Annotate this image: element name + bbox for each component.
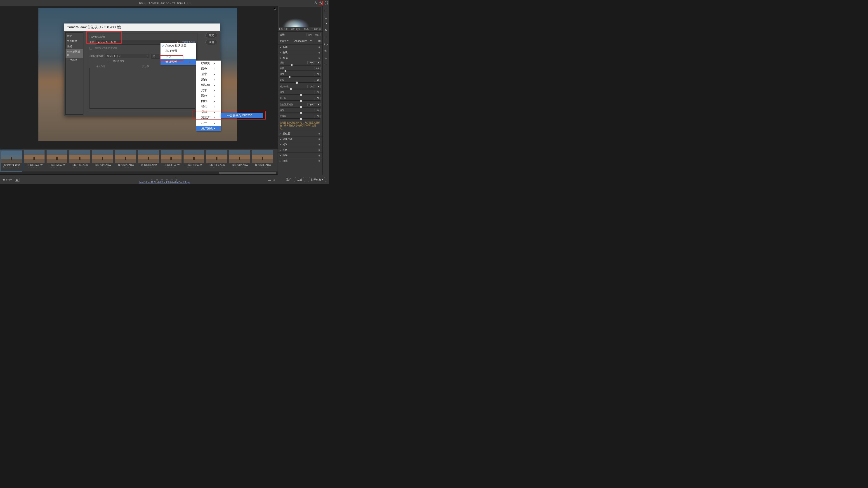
edit-sliders-icon[interactable]: ☰: [324, 8, 327, 12]
thumb-6[interactable]: _DSC1380.ARW☆ ☆ ☆ ☆ ☆: [137, 150, 159, 171]
contrast-slider[interactable]: [280, 100, 320, 101]
clipping-indicator-tr[interactable]: [274, 8, 276, 10]
detail2-value[interactable]: 50: [314, 91, 320, 94]
fit-icon[interactable]: ▦: [15, 178, 20, 182]
nav-workflow[interactable]: 工作流程: [66, 58, 83, 63]
contrast-value[interactable]: 50: [314, 97, 320, 100]
mask-value[interactable]: 40: [314, 79, 320, 82]
thumb-4[interactable]: _DSC1378.ARW☆ ☆ ☆ ☆ ☆: [92, 150, 114, 171]
mi-camera-settings[interactable]: 相机设置: [160, 48, 196, 54]
workflow-link[interactable]: Lab Color - 16 位 - 6000 x 4000 (24.0MP) …: [139, 181, 190, 184]
section-calibration[interactable]: ▶校准◉: [278, 158, 322, 163]
nav-general[interactable]: 常规: [66, 33, 83, 39]
override-checkbox[interactable]: [90, 47, 92, 50]
thumb-0[interactable]: _DSC1374.ARW☆ ☆ ☆ ☆ ☆ ≡: [0, 150, 22, 171]
thumb-5[interactable]: _DSC1379.ARW☆ ☆ ☆ ☆ ☆: [114, 150, 136, 171]
section-optics[interactable]: ▶光学◉: [278, 142, 322, 147]
radial-icon[interactable]: ◯: [324, 42, 328, 46]
redeye-icon[interactable]: 👁: [324, 49, 328, 53]
section-geometry[interactable]: ▶几何◉: [278, 147, 322, 153]
thumb-1[interactable]: _DSC1375.ARW☆ ☆ ☆ ☆ ☆: [23, 150, 45, 171]
profile-select[interactable]: Adobe 颜色▾: [293, 39, 313, 43]
bw-button[interactable]: 黑白: [314, 33, 320, 36]
sharp-value[interactable]: 40: [307, 61, 314, 64]
thumb-8[interactable]: _DSC1382.ARW☆ ☆ ☆ ☆ ☆: [183, 150, 205, 171]
nav-filehandling[interactable]: 文件处理: [66, 39, 83, 44]
mi-adobe-default[interactable]: ✔Adobe 默认设置: [160, 43, 196, 48]
heal-icon[interactable]: ◔: [324, 22, 327, 26]
cat-default[interactable]: 默认值▸: [196, 82, 221, 88]
brush-icon[interactable]: ✎: [324, 29, 327, 32]
sharp-slider[interactable]: [280, 65, 320, 66]
thumb-11[interactable]: _DSC1385.ARW☆ ☆ ☆ ☆ ☆: [251, 150, 274, 171]
smooth-slider[interactable]: [280, 119, 320, 119]
section-basic[interactable]: ▶基本◉: [278, 44, 322, 50]
cat-bw[interactable]: 黑白▸: [196, 77, 221, 82]
filmstrip-scrollbar[interactable]: [0, 171, 278, 174]
open-button[interactable]: 打开对象 ▾: [308, 177, 327, 182]
cat-vignette[interactable]: 晕影▸: [196, 109, 221, 115]
cat-thirdparty[interactable]: 第三方▸: [196, 115, 221, 120]
colornr-dd[interactable]: ▼: [314, 103, 320, 106]
thumb-10[interactable]: _DSC1384.ARW☆ ☆ ☆ ☆ ☆: [228, 150, 251, 171]
detail2-slider[interactable]: [280, 94, 320, 95]
prefs-cancel-button[interactable]: 取消: [206, 40, 217, 45]
colornr-value[interactable]: 50: [307, 103, 314, 106]
smooth-value[interactable]: 50: [314, 115, 320, 118]
cat-favorites[interactable]: 收藏夹▸: [196, 61, 221, 66]
radius-slider[interactable]: [280, 70, 320, 71]
mi-choose-preset[interactable]: 选择预设▶: [160, 59, 196, 65]
cat-sharpen[interactable]: 锐化▸: [196, 104, 221, 109]
cat-curves[interactable]: 曲线▸: [196, 98, 221, 104]
crop-icon[interactable]: ◫: [324, 15, 327, 19]
fullscreen-icon[interactable]: [324, 1, 328, 5]
detail1-slider[interactable]: [280, 76, 320, 77]
detail3-slider[interactable]: [280, 112, 320, 113]
thumb-9[interactable]: _DSC1383.ARW☆ ☆ ☆ ☆ ☆: [206, 150, 228, 171]
prefs-ok-button[interactable]: 确定: [206, 33, 217, 38]
auto-button[interactable]: 自动: [307, 33, 313, 36]
nav-rawdefaults[interactable]: Raw 默认设置: [66, 49, 83, 58]
view-single-icon[interactable]: ▬: [268, 178, 271, 181]
nr-dd[interactable]: ▼: [314, 85, 320, 88]
section-detail[interactable]: ▼细节◉: [278, 55, 322, 61]
export-icon[interactable]: [313, 1, 317, 5]
profile-grid-icon[interactable]: ▦: [318, 39, 320, 42]
gear-icon[interactable]: [319, 1, 322, 5]
presets-icon[interactable]: ▤: [324, 56, 327, 59]
camera-defaults-list[interactable]: [90, 68, 195, 109]
section-mixer[interactable]: ▶混色器◉: [278, 131, 322, 136]
sharp-dd[interactable]: ▼: [314, 61, 320, 64]
zoom-level[interactable]: 38.8% ▾: [3, 178, 12, 181]
section-split[interactable]: ▶分离色调◉: [278, 136, 322, 142]
mask-slider[interactable]: [280, 82, 320, 83]
preset-gy-denoise-sharpen-iso200[interactable]: gy-去噪锐化 ISO200: [221, 113, 263, 118]
mi-preset[interactable]: 预设: [160, 54, 196, 59]
gradient-icon[interactable]: ▭: [324, 35, 327, 39]
section-curve[interactable]: ▶曲线◉: [278, 50, 322, 55]
view-compare-icon[interactable]: ◫: [273, 178, 275, 181]
cat-grain[interactable]: 颗粒▸: [196, 93, 221, 98]
radius-value[interactable]: 0.8: [314, 67, 320, 70]
filmstrip[interactable]: _DSC1374.ARW☆ ☆ ☆ ☆ ☆ ≡ _DSC1375.ARW☆ ☆ …: [0, 149, 278, 171]
nr-value[interactable]: 25: [307, 85, 314, 88]
thumb-7[interactable]: _DSC1381.ARW☆ ☆ ☆ ☆ ☆: [160, 150, 182, 171]
camera-model-select[interactable]: Sony ILCE-9▾: [105, 54, 150, 58]
colornr-slider[interactable]: [280, 107, 320, 107]
nav-performance[interactable]: 性能: [66, 44, 83, 49]
done-button[interactable]: 完成: [293, 177, 305, 182]
cat-user-presets[interactable]: 用户预设▸: [196, 126, 221, 131]
cancel-button[interactable]: 取消: [286, 178, 291, 182]
thumb-3[interactable]: _DSC1377.ARW☆ ☆ ☆ ☆ ☆: [69, 150, 91, 171]
cat-color[interactable]: 颜色▸: [196, 66, 221, 71]
section-effects[interactable]: ▶效果◉: [278, 153, 322, 158]
cat-creative[interactable]: 创意▸: [196, 71, 221, 77]
more-icon[interactable]: ⋯: [324, 63, 328, 66]
detail1-value[interactable]: 30: [314, 73, 320, 76]
detail3-value[interactable]: 50: [314, 109, 320, 112]
thumb-2[interactable]: _DSC1376.ARW☆ ☆ ☆ ☆ ☆: [46, 150, 68, 171]
show-seq-checkbox[interactable]: [107, 60, 110, 62]
histogram[interactable]: [279, 7, 321, 27]
cat-gang[interactable]: 杠一▸: [196, 120, 221, 126]
cat-optics[interactable]: 光学▸: [196, 88, 221, 93]
